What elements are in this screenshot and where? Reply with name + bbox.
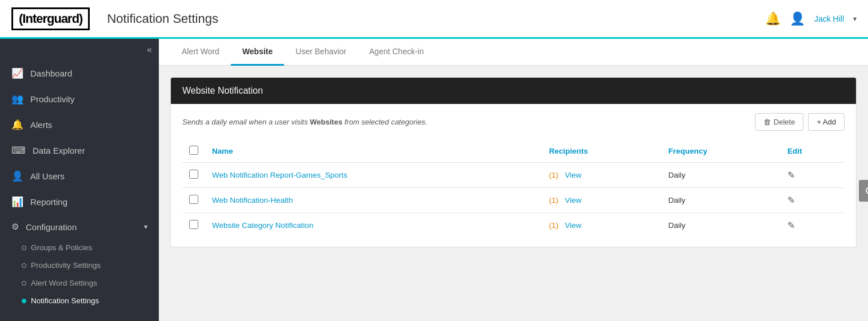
- edit-icon[interactable]: ✎: [787, 170, 795, 180]
- edit-icon[interactable]: ✎: [787, 195, 795, 205]
- row-check-cell: [182, 213, 205, 238]
- edit-icon[interactable]: ✎: [787, 220, 795, 230]
- row-name-cell: Web Notification-Health: [205, 188, 542, 213]
- bullet-icon: [22, 281, 26, 286]
- main-content: Alert Word Website User Behavior Agent C…: [159, 39, 868, 321]
- sidebar-item-data-explorer[interactable]: ⌨ Data Explorer: [0, 138, 159, 163]
- data-explorer-icon: ⌨: [11, 145, 26, 157]
- website-notification-card: Website Notification Sends a daily email…: [170, 77, 857, 247]
- card-body: Sends a daily email when a user visits W…: [171, 104, 856, 247]
- sidebar-item-all-users[interactable]: 👤 All Users: [0, 163, 159, 189]
- row-edit-cell: ✎: [781, 213, 845, 238]
- tab-alert-word[interactable]: Alert Word: [170, 39, 231, 66]
- sub-item-label: Productivity Settings: [31, 261, 101, 270]
- sidebar-item-label: Reporting: [30, 197, 67, 207]
- user-dropdown-icon[interactable]: ▾: [853, 15, 857, 23]
- productivity-icon: 👥: [11, 93, 23, 105]
- action-buttons: 🗑 Delete + Add: [755, 113, 845, 131]
- desc-prefix: Sends a daily email when a user visits: [182, 118, 310, 126]
- row-check-cell: [182, 188, 205, 213]
- all-users-icon: 👤: [11, 170, 23, 182]
- sidebar-item-label: Data Explorer: [33, 146, 85, 155]
- notifications-table: Name Recipients Frequency Edit Web Notif…: [182, 140, 845, 238]
- tab-agent-check-in[interactable]: Agent Check-in: [358, 39, 435, 66]
- row-edit-cell: ✎: [781, 188, 845, 213]
- sidebar-item-configuration[interactable]: ⚙ Configuration ▾: [0, 215, 159, 239]
- gear-icon[interactable]: ⚙: [859, 180, 868, 202]
- table-header-row: Name Recipients Frequency Edit: [182, 140, 845, 163]
- th-name: Name: [205, 140, 542, 163]
- row-recipients-cell: (1) View: [542, 163, 662, 188]
- recipients-count: (1): [549, 196, 559, 204]
- delete-button[interactable]: 🗑 Delete: [755, 113, 804, 131]
- recipients-count: (1): [549, 221, 559, 230]
- reporting-icon: 📊: [11, 196, 23, 208]
- page-title: Notification Settings: [107, 11, 765, 26]
- sidebar-item-label: Productivity: [30, 94, 75, 104]
- sidebar-sub-productivity-settings[interactable]: Productivity Settings: [0, 256, 159, 274]
- row-checkbox[interactable]: [189, 220, 198, 229]
- sidebar-sub-notification-settings[interactable]: Notification Settings: [0, 292, 159, 310]
- row-name-link[interactable]: Web Notification Report-Games_Sports: [212, 171, 347, 179]
- sidebar-item-label: Dashboard: [30, 69, 72, 78]
- th-checkbox: [182, 140, 205, 163]
- recipients-view-link[interactable]: View: [565, 171, 582, 179]
- row-recipients-cell: (1) View: [542, 213, 662, 238]
- sidebar-item-reporting[interactable]: 📊 Reporting: [0, 189, 159, 215]
- app-logo: (Interguard): [11, 7, 90, 30]
- tab-user-behavior[interactable]: User Behavior: [284, 39, 358, 66]
- row-check-cell: [182, 163, 205, 188]
- sidebar-item-label: All Users: [30, 171, 65, 181]
- settings-gear-float[interactable]: ⚙: [859, 180, 868, 202]
- collapse-button[interactable]: «: [147, 45, 152, 55]
- row-name-link[interactable]: Website Category Notification: [212, 221, 314, 230]
- add-button[interactable]: + Add: [808, 113, 845, 131]
- recipients-view-link[interactable]: View: [565, 196, 582, 204]
- alerts-icon: 🔔: [11, 119, 23, 131]
- row-checkbox[interactable]: [189, 170, 198, 179]
- bullet-icon: [22, 246, 26, 250]
- content-area: Website Notification Sends a daily email…: [159, 66, 868, 321]
- table-row: Website Category Notification (1) View D…: [182, 213, 845, 238]
- bullet-active-icon: [22, 299, 26, 303]
- recipients-count: (1): [549, 171, 559, 179]
- bullet-icon: [22, 263, 26, 268]
- th-frequency: Frequency: [661, 140, 781, 163]
- sidebar-sub-alert-word-settings[interactable]: Alert Word Settings: [0, 274, 159, 292]
- notification-bell-icon[interactable]: 🔔: [765, 11, 781, 26]
- sidebar-sub-groups-policies[interactable]: Groups & Policies: [0, 239, 159, 256]
- row-frequency-cell: Daily: [661, 188, 781, 213]
- sidebar-item-alerts[interactable]: 🔔 Alerts: [0, 112, 159, 138]
- sub-item-label: Alert Word Settings: [31, 279, 97, 287]
- select-all-checkbox[interactable]: [189, 146, 198, 155]
- sidebar-item-productivity[interactable]: 👥 Productivity: [0, 86, 159, 112]
- sidebar: « 📈 Dashboard 👥 Productivity 🔔 Alerts ⌨ …: [0, 39, 159, 321]
- th-recipients: Recipients: [542, 140, 662, 163]
- header-actions: 🔔 👤 Jack Hill ▾: [765, 11, 857, 26]
- th-edit: Edit: [781, 140, 845, 163]
- row-checkbox[interactable]: [189, 195, 198, 204]
- row-recipients-cell: (1) View: [542, 188, 662, 213]
- sub-item-label: Notification Settings: [31, 296, 99, 305]
- sidebar-item-dashboard[interactable]: 📈 Dashboard: [0, 61, 159, 86]
- sidebar-item-label: Alerts: [30, 120, 52, 130]
- user-name[interactable]: Jack Hill: [814, 14, 844, 23]
- chevron-down-icon: ▾: [144, 223, 147, 231]
- row-name-cell: Website Category Notification: [205, 213, 542, 238]
- description-row: Sends a daily email when a user visits W…: [182, 113, 845, 131]
- config-icon: ⚙: [11, 222, 19, 232]
- app-header: (Interguard) Notification Settings 🔔 👤 J…: [0, 0, 868, 39]
- row-name-cell: Web Notification Report-Games_Sports: [205, 163, 542, 188]
- row-name-link[interactable]: Web Notification-Health: [212, 196, 293, 204]
- recipients-view-link[interactable]: View: [565, 221, 582, 230]
- dashboard-icon: 📈: [11, 67, 23, 79]
- config-label: Configuration: [26, 222, 77, 232]
- table-row: Web Notification Report-Games_Sports (1)…: [182, 163, 845, 188]
- sidebar-collapse: «: [0, 39, 159, 61]
- row-frequency-cell: Daily: [661, 163, 781, 188]
- desc-bold: Websites: [310, 118, 342, 126]
- row-edit-cell: ✎: [781, 163, 845, 188]
- tab-website[interactable]: Website: [231, 39, 284, 66]
- trash-icon: 🗑: [763, 118, 771, 126]
- user-avatar-icon[interactable]: 👤: [790, 11, 805, 26]
